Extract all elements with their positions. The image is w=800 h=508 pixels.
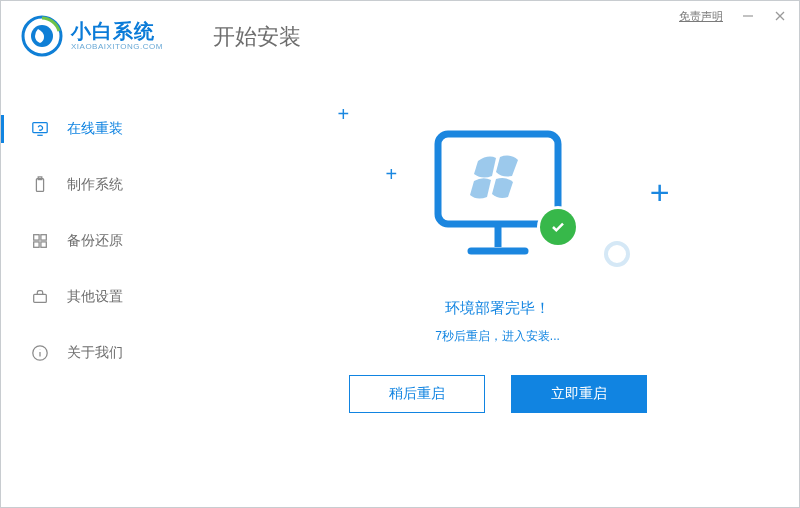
- svg-rect-12: [41, 242, 46, 247]
- sidebar-item-make-system[interactable]: 制作系统: [1, 157, 196, 213]
- action-row: 稍后重启 立即重启: [349, 375, 647, 413]
- success-badge-icon: [540, 209, 576, 245]
- brand-text: 小白系统 XIAOBAIXITONG.COM: [71, 21, 163, 51]
- logo-block: 小白系统 XIAOBAIXITONG.COM: [21, 15, 163, 57]
- sidebar-item-backup-restore[interactable]: 备份还原: [1, 213, 196, 269]
- plus-icon: +: [650, 173, 670, 212]
- brand-name: 小白系统: [71, 21, 163, 41]
- header: 小白系统 XIAOBAIXITONG.COM 开始安装: [21, 15, 301, 57]
- toolbox-icon: [31, 288, 49, 306]
- sidebar-item-about-us[interactable]: 关于我们: [1, 325, 196, 381]
- logo-icon: [21, 15, 63, 57]
- circle-icon: [604, 241, 630, 267]
- monitor-refresh-icon: [31, 120, 49, 138]
- titlebar: 免责声明: [667, 1, 799, 31]
- svg-rect-11: [34, 242, 39, 247]
- usb-icon: [31, 176, 49, 194]
- close-button[interactable]: [773, 9, 787, 23]
- sidebar-item-label: 关于我们: [67, 344, 123, 362]
- disclaimer-link[interactable]: 免责声明: [679, 9, 723, 24]
- svg-rect-10: [41, 235, 46, 240]
- sidebar-item-label: 备份还原: [67, 232, 123, 250]
- main-content: + + + 环境: [196, 81, 799, 507]
- restart-now-button[interactable]: 立即重启: [511, 375, 647, 413]
- minimize-button[interactable]: [741, 9, 755, 23]
- svg-rect-9: [34, 235, 39, 240]
- status-text: 环境部署完毕！: [445, 299, 550, 318]
- info-icon: [31, 344, 49, 362]
- grid-icon: [31, 232, 49, 250]
- sidebar: 在线重装 制作系统 备份还原 其他设置 关于我们: [1, 101, 196, 381]
- sidebar-item-label: 在线重装: [67, 120, 123, 138]
- app-window: 免责声明 小白系统 XIAOBAIXITONG.COM 开始安装: [0, 0, 800, 508]
- substatus-text: 7秒后重启，进入安装...: [435, 328, 560, 345]
- brand-domain: XIAOBAIXITONG.COM: [71, 43, 163, 51]
- svg-rect-5: [33, 123, 47, 133]
- sidebar-item-other-settings[interactable]: 其他设置: [1, 269, 196, 325]
- svg-rect-13: [34, 294, 47, 302]
- plus-icon: +: [386, 163, 398, 186]
- sidebar-item-label: 制作系统: [67, 176, 123, 194]
- plus-icon: +: [338, 103, 350, 126]
- sidebar-item-online-reinstall[interactable]: 在线重装: [1, 101, 196, 157]
- svg-rect-7: [36, 179, 43, 192]
- page-title: 开始安装: [213, 22, 301, 52]
- restart-later-button[interactable]: 稍后重启: [349, 375, 485, 413]
- sidebar-item-label: 其他设置: [67, 288, 123, 306]
- monitor-icon: [423, 119, 573, 269]
- illustration: + + +: [308, 101, 688, 291]
